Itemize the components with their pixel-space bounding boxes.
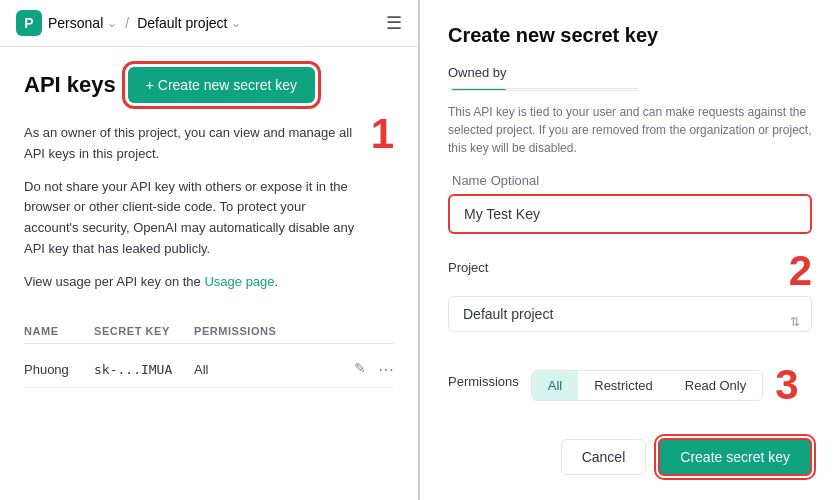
ownership-tab-group: You Service account — [448, 88, 638, 91]
step-1-indicator: 1 — [371, 113, 394, 155]
name-optional-text: Optional — [491, 173, 539, 188]
row-actions: ✎ ⋯ — [354, 360, 394, 379]
desc-para-3: View usage per API key on the Usage page… — [24, 272, 363, 293]
name-field-label: NameOptional — [448, 173, 812, 188]
permissions-tab-group: All Restricted Read Only — [531, 370, 763, 401]
workspace-name: Personal — [48, 15, 103, 31]
step-3-indicator: 3 — [775, 364, 798, 406]
perm-all-btn[interactable]: All — [532, 371, 578, 400]
left-panel: P Personal ⌄ / Default project ⌄ ☰ API k… — [0, 0, 420, 500]
project-select[interactable]: Default project — [448, 296, 812, 332]
header-row: API keys + Create new secret key — [24, 67, 394, 103]
perm-readonly-btn[interactable]: Read Only — [669, 371, 762, 400]
project-label: Project — [448, 260, 488, 275]
perm-restricted-btn[interactable]: Restricted — [578, 371, 669, 400]
col-header-key: SECRET KEY — [94, 325, 194, 337]
row-key: sk-...IMUA — [94, 362, 194, 377]
right-panel: Create new secret key Owned by You Servi… — [420, 0, 840, 500]
tab-service-account[interactable]: Service account — [509, 89, 638, 91]
page-title: API keys — [24, 72, 116, 98]
edit-icon[interactable]: ✎ — [354, 360, 366, 379]
permissions-label: Permissions — [448, 374, 519, 389]
description-block: As an owner of this project, you can vie… — [24, 123, 394, 305]
top-bar: P Personal ⌄ / Default project ⌄ ☰ — [0, 0, 418, 47]
permissions-section-row: Permissions All Restricted Read Only 3 — [448, 364, 812, 406]
delete-icon[interactable]: ⋯ — [378, 360, 394, 379]
action-row: Cancel Create secret key — [448, 422, 812, 476]
workspace-label: Personal ⌄ / Default project ⌄ — [48, 15, 241, 31]
hamburger-menu[interactable]: ☰ — [386, 12, 402, 34]
desc-text: As an owner of this project, you can vie… — [24, 123, 363, 305]
personal-badge: P — [16, 10, 42, 36]
create-secret-key-button[interactable]: + Create new secret key — [128, 67, 315, 103]
workspace-chevron: ⌄ — [107, 16, 117, 30]
project-row: Project 2 — [448, 250, 812, 292]
project-select-wrapper: Default project — [448, 296, 812, 348]
owned-description: This API key is tied to your user and ca… — [448, 103, 812, 157]
api-keys-table: NAME SECRET KEY PERMISSIONS Phuong sk-..… — [24, 325, 394, 388]
row-permissions: All — [194, 362, 274, 377]
cancel-button[interactable]: Cancel — [561, 439, 647, 475]
desc-para-1: As an owner of this project, you can vie… — [24, 123, 363, 165]
owned-by-label: Owned by — [448, 65, 812, 80]
name-input[interactable] — [448, 194, 812, 234]
usage-page-link[interactable]: Usage page — [204, 274, 274, 289]
row-name: Phuong — [24, 362, 94, 377]
col-header-name: NAME — [24, 325, 94, 337]
left-content: API keys + Create new secret key As an o… — [0, 47, 418, 500]
desc-para-2: Do not share your API key with others or… — [24, 177, 363, 260]
name-label-text: Name — [452, 173, 487, 188]
project-chevron: ⌄ — [231, 16, 241, 30]
col-header-permissions: PERMISSIONS — [194, 325, 274, 337]
table-header: NAME SECRET KEY PERMISSIONS — [24, 325, 394, 344]
create-secret-key-confirm-button[interactable]: Create secret key — [658, 438, 812, 476]
step-2-indicator: 2 — [789, 250, 812, 292]
desc-para-3-text: View usage per API key on the — [24, 274, 204, 289]
tab-you[interactable]: You — [449, 89, 509, 91]
table-row: Phuong sk-...IMUA All ✎ ⋯ — [24, 352, 394, 388]
project-name: Default project — [137, 15, 227, 31]
modal-title: Create new secret key — [448, 24, 812, 47]
